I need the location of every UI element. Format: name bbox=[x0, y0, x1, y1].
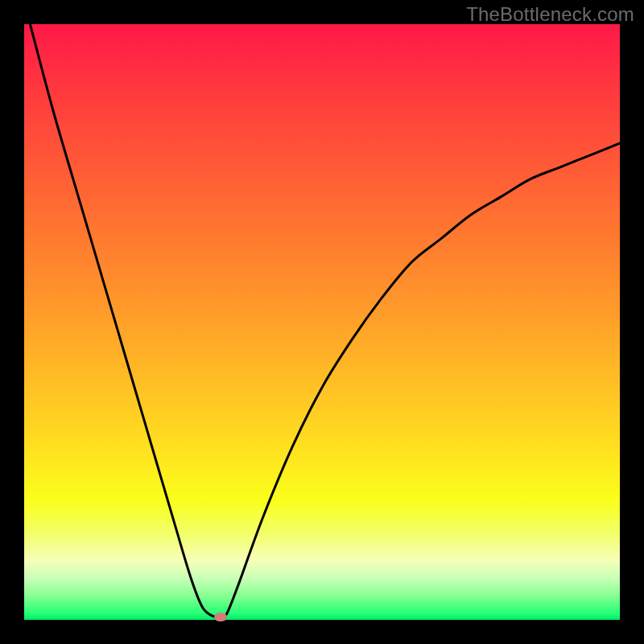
chart-frame: TheBottleneck.com bbox=[0, 0, 644, 644]
curve-layer bbox=[24, 24, 620, 620]
watermark-text: TheBottleneck.com bbox=[466, 3, 634, 26]
optimum-marker bbox=[214, 613, 227, 621]
plot-area bbox=[24, 24, 620, 620]
bottleneck-curve bbox=[30, 24, 620, 617]
